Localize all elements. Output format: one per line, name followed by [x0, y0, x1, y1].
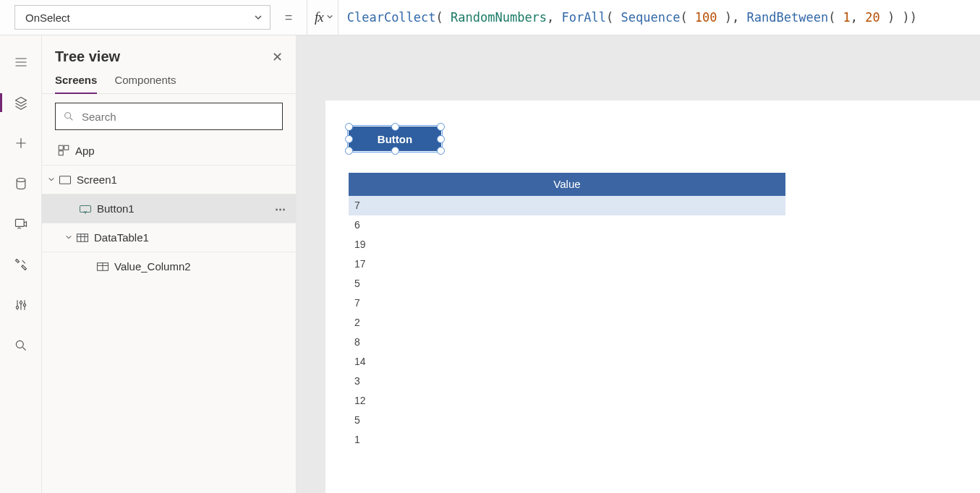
tree-node-label: Button1 — [97, 202, 275, 215]
svg-rect-11 — [80, 205, 91, 212]
data-button[interactable] — [6, 168, 36, 199]
chevron-down-icon — [326, 12, 333, 22]
formula-token: 1 — [843, 10, 851, 25]
datatable-row[interactable]: 5 — [349, 411, 785, 430]
screen-icon — [58, 175, 72, 185]
hamburger-icon — [14, 55, 28, 69]
formula-token: , — [851, 10, 865, 25]
button-control-icon — [78, 203, 93, 215]
tree-tabs: Screens Components — [42, 69, 296, 94]
tree-node-label: DataTable1 — [94, 231, 287, 244]
tree-node-label: Value_Column2 — [114, 260, 287, 273]
formula-token: ( — [680, 10, 694, 25]
formula-token: ), — [717, 10, 747, 25]
datatable-row[interactable]: 14 — [349, 352, 785, 372]
property-dropdown[interactable]: OnSelect — [14, 5, 270, 30]
datatable-row[interactable]: 17 — [349, 254, 785, 274]
search-input[interactable] — [80, 110, 275, 124]
svg-point-3 — [20, 301, 22, 304]
formula-token: ( — [606, 10, 621, 25]
media-button[interactable] — [6, 209, 36, 239]
tree-node-label: Screen1 — [77, 173, 287, 186]
formula-token: 20 — [865, 10, 879, 25]
formula-token: ) )) — [880, 10, 917, 25]
formula-token: Sequence — [621, 10, 680, 25]
tools-icon — [14, 257, 28, 272]
tree-view-pane: Tree view ✕ Screens Components — [42, 35, 297, 493]
tree-view-button[interactable] — [6, 87, 36, 118]
tree-view-title: Tree view — [55, 48, 120, 65]
svg-point-6 — [65, 113, 71, 119]
formula-token: ClearCollect — [347, 10, 436, 25]
svg-rect-12 — [77, 233, 88, 241]
svg-rect-8 — [64, 145, 69, 150]
left-icon-rail — [0, 35, 42, 493]
formula-token: ( — [828, 10, 843, 25]
selected-button-control[interactable]: Button — [349, 127, 441, 151]
close-pane-button[interactable]: ✕ — [272, 49, 283, 65]
table-icon — [75, 232, 90, 244]
datatable-body: 76191757281431251 — [349, 196, 785, 450]
tree-node-app[interactable]: App — [42, 136, 296, 165]
node-more-button[interactable]: ⋯ — [275, 202, 287, 215]
equals-label: = — [270, 10, 307, 25]
svg-rect-9 — [59, 151, 63, 155]
canvas-outer: Button Value 76191757281431251 — [297, 35, 980, 493]
column-icon — [95, 261, 110, 273]
tab-screens[interactable]: Screens — [55, 69, 97, 93]
design-canvas[interactable]: Button Value 76191757281431251 — [325, 100, 980, 493]
top-formula-row: OnSelect = fx ClearCollect( RandomNumber… — [0, 0, 980, 35]
formula-token: 100 — [695, 10, 717, 25]
hamburger-menu-button[interactable] — [6, 47, 36, 77]
tree-node-screen1[interactable]: Screen1 — [42, 165, 296, 194]
datatable-row[interactable]: 7 — [349, 293, 785, 313]
formula-token: RandBetween — [747, 10, 829, 25]
svg-point-4 — [23, 304, 25, 306]
datatable-row[interactable]: 19 — [349, 235, 785, 254]
media-icon — [14, 217, 28, 231]
fx-icon: fx — [315, 9, 323, 25]
advanced-tools-button[interactable] — [6, 249, 36, 280]
search-box[interactable] — [55, 103, 283, 130]
datatable-row[interactable]: 2 — [349, 313, 785, 333]
tree-node-button1[interactable]: Button1 ⋯ — [42, 194, 296, 223]
cylinder-icon — [14, 176, 28, 191]
search-button[interactable] — [6, 330, 36, 361]
datatable-row[interactable]: 5 — [349, 274, 785, 293]
datatable-row[interactable]: 3 — [349, 372, 785, 391]
formula-token: RandomNumbers — [451, 10, 547, 25]
property-dropdown-value: OnSelect — [25, 12, 70, 24]
search-icon — [63, 111, 74, 122]
fx-dropdown[interactable]: fx — [307, 0, 338, 35]
button-control-label: Button — [378, 133, 412, 145]
app-icon — [56, 144, 71, 157]
insert-button[interactable] — [6, 128, 36, 158]
svg-point-0 — [17, 179, 25, 182]
datatable-control[interactable]: Value 76191757281431251 — [349, 173, 785, 450]
settings-button[interactable] — [6, 290, 36, 320]
button-control[interactable]: Button — [349, 127, 441, 151]
sliders-icon — [14, 298, 28, 312]
datatable-row[interactable]: 1 — [349, 430, 785, 450]
chevron-down-icon[interactable] — [46, 176, 56, 184]
formula-token: ( — [436, 10, 451, 25]
datatable-row[interactable]: 7 — [349, 196, 785, 215]
tree-node-datatable1[interactable]: DataTable1 — [42, 223, 296, 252]
search-icon — [14, 338, 28, 353]
tree-node-value-column[interactable]: Value_Column2 — [42, 252, 296, 280]
datatable-header[interactable]: Value — [349, 173, 785, 196]
formula-token: ForAll — [562, 10, 606, 25]
datatable-row[interactable]: 6 — [349, 215, 785, 235]
chevron-down-icon[interactable] — [64, 233, 74, 242]
tab-components[interactable]: Components — [114, 69, 176, 93]
svg-point-5 — [16, 340, 23, 348]
plus-icon — [14, 136, 28, 150]
datatable-row[interactable]: 8 — [349, 333, 785, 352]
svg-rect-1 — [15, 219, 24, 226]
formula-input[interactable]: ClearCollect( RandomNumbers, ForAll( Seq… — [338, 0, 980, 35]
tree-node-label: App — [75, 145, 287, 157]
body: Tree view ✕ Screens Components — [0, 35, 980, 493]
datatable-row[interactable]: 12 — [349, 391, 785, 411]
tree-list: App Screen1 Button1 ⋯ — [42, 136, 296, 493]
formula-token: , — [547, 10, 561, 25]
